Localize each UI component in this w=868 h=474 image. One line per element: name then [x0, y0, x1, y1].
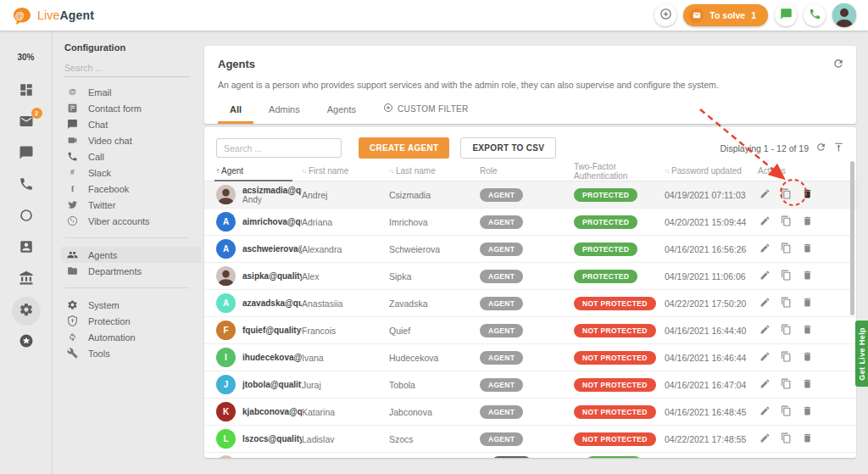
trash-icon: [802, 188, 813, 202]
add-button[interactable]: [654, 4, 676, 26]
table-scrollbar[interactable]: [850, 161, 854, 315]
edit-button[interactable]: [758, 215, 771, 229]
copy-button[interactable]: [779, 432, 793, 446]
last-name-cell: Szocs: [389, 434, 480, 444]
wrench-icon: [66, 348, 78, 360]
delete-button[interactable]: [800, 378, 814, 392]
copy-button[interactable]: [779, 324, 793, 337]
sidebar-item-call[interactable]: Call: [61, 148, 201, 165]
copy-button[interactable]: [779, 405, 793, 419]
edit-button[interactable]: [758, 324, 771, 337]
export-csv-button[interactable]: EXPORT TO CSV: [460, 137, 556, 159]
copy-button[interactable]: [779, 378, 793, 392]
delete-button[interactable]: [800, 324, 814, 337]
delete-button[interactable]: [800, 351, 814, 365]
rail-item-bank[interactable]: [12, 265, 41, 294]
tab-all[interactable]: All: [218, 104, 253, 124]
edit-button[interactable]: [758, 188, 771, 202]
edit-button[interactable]: [758, 297, 771, 310]
sidebar-item-agents[interactable]: Agents: [61, 247, 201, 263]
table-row[interactable]: A aimrichova@quali Adriana Imrichova AGE…: [204, 209, 856, 236]
table-row[interactable]: J jtobola@qualityur Juraj Tobola AGENT N…: [204, 371, 856, 399]
copy-button[interactable]: [779, 243, 793, 256]
trash-icon: [802, 324, 813, 337]
sidebar-item-departments[interactable]: Departments: [61, 263, 201, 279]
sidebar-item-chat[interactable]: Chat: [61, 116, 201, 132]
delete-button[interactable]: [800, 297, 814, 310]
tab-admins[interactable]: Admins: [257, 104, 312, 124]
get-live-help-tab[interactable]: Get Live Help: [855, 321, 868, 387]
edit-button[interactable]: [758, 432, 771, 446]
rail-item-gear[interactable]: [12, 297, 41, 326]
password-updated-cell: 04/16/2021 16:47:04: [665, 380, 758, 390]
refresh-button[interactable]: [832, 58, 844, 72]
rail-item-phone[interactable]: [12, 171, 41, 200]
table-row-partial[interactable]: [204, 453, 856, 458]
chats-button[interactable]: [775, 4, 797, 26]
liveagent-logo[interactable]: @ LiveAgent: [12, 6, 94, 25]
column-header-password-updated[interactable]: ↑↓Password updated: [665, 161, 758, 181]
sidebar-item-viber-accounts[interactable]: Viber accounts: [61, 213, 201, 229]
column-header-actions[interactable]: Actions: [758, 161, 856, 181]
edit-button[interactable]: [758, 378, 771, 392]
sidebar-item-label: Contact form: [88, 103, 142, 114]
delete-button[interactable]: [800, 188, 814, 202]
tab-custom-filter[interactable]: CUSTOM FILTER: [371, 103, 481, 124]
copy-icon: [781, 324, 792, 337]
sidebar-item-protection[interactable]: Protection: [61, 313, 201, 329]
sidebar-item-automation[interactable]: Automation: [61, 329, 201, 345]
pencil-icon: [760, 215, 771, 229]
edit-button[interactable]: [758, 243, 771, 256]
create-agent-button[interactable]: CREATE AGENT: [359, 137, 449, 159]
copy-button[interactable]: [779, 188, 793, 202]
column-header-first-name[interactable]: ↑↓First name: [302, 161, 389, 181]
rail-item-dashboard[interactable]: [12, 77, 41, 106]
sidebar-item-video-chat[interactable]: Video chat: [61, 132, 201, 148]
delete-button[interactable]: [800, 270, 814, 283]
rail-item-status-circle[interactable]: [12, 203, 41, 231]
scroll-top-icon[interactable]: [833, 142, 844, 154]
edit-button[interactable]: [758, 270, 771, 283]
table-row[interactable]: acsizmadia@qual Andy Andrej Csizmadia AG…: [204, 181, 856, 209]
table-row[interactable]: I ihudecekova@qu Ivana Hudecekova AGENT …: [204, 344, 856, 371]
column-header-role[interactable]: Role: [480, 161, 574, 181]
table-row[interactable]: A aschweierova@qu Alexandra Schweierova …: [204, 236, 856, 263]
table-row[interactable]: A azavadska@quali Anastasiia Zavadska AG…: [204, 290, 856, 317]
delete-button[interactable]: [800, 432, 814, 446]
refresh-icon[interactable]: [815, 142, 826, 154]
rail-item-star-circle[interactable]: [12, 328, 41, 357]
table-row[interactable]: L lszocs@qualityun Ladislav Szocs AGENT …: [204, 426, 856, 453]
sidebar-item-system[interactable]: System: [61, 297, 201, 313]
delete-button[interactable]: [800, 215, 814, 229]
column-header-agent[interactable]: ↑Agent: [216, 161, 302, 181]
column-header-last-name[interactable]: ↑↓Last name: [389, 161, 480, 181]
user-avatar[interactable]: [832, 3, 856, 27]
copy-button[interactable]: [779, 297, 793, 310]
table-row[interactable]: K kjabconova@qual Katarina Jabconova AGE…: [204, 399, 856, 426]
sidebar-item-slack[interactable]: #Slack: [61, 165, 201, 181]
table-search-input[interactable]: [216, 138, 342, 158]
tab-agents[interactable]: Agents: [315, 104, 368, 124]
rail-item-chat[interactable]: [12, 140, 41, 169]
column-header-two-factor-authentication[interactable]: Two-Factor Authentication: [574, 161, 665, 181]
table-row[interactable]: F fquief@qualityuni Francois Quief AGENT…: [204, 317, 856, 344]
edit-button[interactable]: [758, 351, 771, 365]
delete-button[interactable]: [800, 243, 814, 256]
copy-button[interactable]: [779, 270, 793, 283]
calls-button[interactable]: [804, 4, 826, 26]
table-row[interactable]: asipka@qualityun Alex Sipka AGENT PROTEC…: [204, 263, 856, 290]
sidebar-item-email[interactable]: @Email: [61, 84, 201, 100]
password-updated-cell: 04/22/2021 17:48:55: [665, 434, 758, 444]
sidebar-item-contact-form[interactable]: Contact form: [61, 100, 201, 116]
copy-button[interactable]: [779, 351, 793, 365]
sidebar-item-tools[interactable]: Tools: [61, 345, 201, 361]
rail-item-mail[interactable]: 2: [12, 109, 41, 137]
to-solve-button[interactable]: To solve 1: [683, 4, 768, 26]
sidebar-item-facebook[interactable]: fFacebook: [61, 181, 201, 197]
rail-item-contacts[interactable]: [12, 234, 41, 263]
edit-button[interactable]: [758, 405, 771, 419]
sidebar-search-input[interactable]: [64, 61, 189, 77]
delete-button[interactable]: [800, 405, 814, 419]
copy-button[interactable]: [779, 215, 793, 229]
sidebar-item-twitter[interactable]: Twitter: [61, 197, 201, 213]
